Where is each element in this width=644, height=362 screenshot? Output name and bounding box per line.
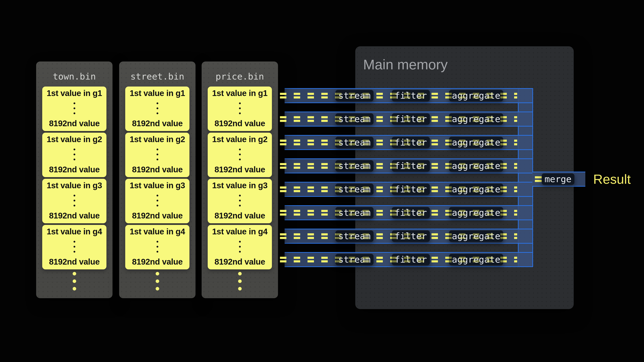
stage-stream-box: stream xyxy=(336,137,374,148)
dataflow-dashes xyxy=(535,176,542,182)
merge-operator-box: merge xyxy=(542,173,574,185)
group-last-value: 8192nd value xyxy=(49,211,100,220)
stage-aggregate-box: aggregate xyxy=(449,184,503,195)
group-last-value: 8192nd value xyxy=(49,118,100,128)
pipeline-row: streamfilteraggregate xyxy=(284,135,532,150)
stage-aggregate-box: aggregate xyxy=(449,90,503,101)
value-blocks: 1st value in g18192nd value1st value in … xyxy=(42,86,106,271)
group-ellipsis xyxy=(156,239,158,254)
pipeline-row: streamfilteraggregate xyxy=(284,88,532,103)
value-group-block: 1st value in g38192nd value xyxy=(42,179,106,223)
group-first-value: 1st value in g2 xyxy=(212,134,268,144)
group-first-value: 1st value in g3 xyxy=(212,181,268,190)
main-memory-title: Main memory xyxy=(363,56,448,73)
stage-label: aggregate xyxy=(452,115,500,123)
group-ellipsis xyxy=(239,239,241,254)
stage-label: stream xyxy=(338,208,371,217)
group-ellipsis xyxy=(239,147,241,162)
value-group-block: 1st value in g28192nd value xyxy=(125,133,190,177)
stage-stream-box: stream xyxy=(336,207,374,218)
group-first-value: 1st value in g1 xyxy=(130,88,185,98)
stage-filter-box: filter xyxy=(392,254,430,265)
group-last-value: 8192nd value xyxy=(214,257,265,267)
stage-filter-box: filter xyxy=(392,207,430,218)
stage-label: stream xyxy=(338,232,371,241)
value-group-block: 1st value in g28192nd value xyxy=(208,133,272,177)
value-group-block: 1st value in g18192nd value xyxy=(125,86,190,131)
group-first-value: 1st value in g4 xyxy=(47,227,102,236)
value-blocks: 1st value in g18192nd value1st value in … xyxy=(208,86,272,271)
file-column-price: price.bin 1st value in g18192nd value1st… xyxy=(202,61,278,298)
value-group-block: 1st value in g48192nd value xyxy=(42,225,106,269)
stage-aggregate-box: aggregate xyxy=(449,160,503,172)
stage-aggregate-box: aggregate xyxy=(449,230,503,242)
group-last-value: 8192nd value xyxy=(132,257,183,267)
group-ellipsis xyxy=(156,193,158,208)
stage-label: stream xyxy=(338,115,371,123)
value-blocks: 1st value in g18192nd value1st value in … xyxy=(125,86,190,271)
value-group-block: 1st value in g28192nd value xyxy=(42,133,106,177)
pipeline-row: streamfilteraggregate xyxy=(284,112,532,127)
stage-stream-box: stream xyxy=(336,184,374,195)
group-last-value: 8192nd value xyxy=(214,165,265,174)
stage-label: stream xyxy=(338,185,371,194)
group-first-value: 1st value in g1 xyxy=(47,88,102,98)
stage-stream-box: stream xyxy=(336,230,374,242)
value-group-block: 1st value in g38192nd value xyxy=(125,179,190,223)
more-groups-ellipsis xyxy=(36,270,112,293)
stage-label: filter xyxy=(395,161,427,170)
pipeline-row: streamfilteraggregate xyxy=(284,205,532,220)
group-first-value: 1st value in g3 xyxy=(47,181,102,190)
file-column-title: price.bin xyxy=(202,61,278,89)
file-column-title: street.bin xyxy=(119,61,196,89)
group-ellipsis xyxy=(74,147,75,162)
stage-label: filter xyxy=(395,255,427,264)
more-groups-ellipsis xyxy=(119,270,196,293)
stage-label: aggregate xyxy=(452,208,500,217)
stage-filter-box: filter xyxy=(392,184,430,195)
stage-label: aggregate xyxy=(452,138,500,147)
diagram-canvas: { "diagram": { "files": [ { "name": "tow… xyxy=(0,0,644,362)
stage-filter-box: filter xyxy=(392,230,430,242)
group-last-value: 8192nd value xyxy=(214,118,265,128)
value-group-block: 1st value in g48192nd value xyxy=(208,225,272,269)
file-column-town: town.bin 1st value in g18192nd value1st … xyxy=(36,61,112,298)
stage-stream-box: stream xyxy=(336,160,374,172)
pipeline-rows: streamfilteraggregatestreamfilteraggrega… xyxy=(284,88,532,267)
group-first-value: 1st value in g3 xyxy=(130,181,185,190)
group-last-value: 8192nd value xyxy=(132,211,183,220)
merge-label: merge xyxy=(544,175,572,184)
group-first-value: 1st value in g1 xyxy=(212,88,268,98)
stage-label: filter xyxy=(395,232,427,241)
stage-stream-box: stream xyxy=(336,113,374,125)
value-group-block: 1st value in g18192nd value xyxy=(208,86,272,131)
stage-label: stream xyxy=(338,138,371,147)
group-first-value: 1st value in g4 xyxy=(130,227,185,236)
group-first-value: 1st value in g4 xyxy=(212,227,268,236)
stage-filter-box: filter xyxy=(392,137,430,148)
stage-label: aggregate xyxy=(452,161,500,170)
stage-label: aggregate xyxy=(452,232,500,241)
stage-label: aggregate xyxy=(452,91,500,100)
merge-bar: merge xyxy=(532,172,585,187)
collector-right-border-top xyxy=(532,88,533,172)
stage-label: filter xyxy=(395,208,427,217)
stage-label: filter xyxy=(395,185,427,194)
stage-label: filter xyxy=(395,138,427,147)
pipeline-row: streamfilteraggregate xyxy=(284,158,532,173)
stage-label: stream xyxy=(338,161,371,170)
collector-right-border-bottom xyxy=(532,187,533,267)
stage-aggregate-box: aggregate xyxy=(449,113,503,125)
group-first-value: 1st value in g2 xyxy=(130,134,185,144)
stage-label: aggregate xyxy=(452,255,500,264)
group-ellipsis xyxy=(156,101,158,116)
stage-label: filter xyxy=(395,115,427,123)
stage-filter-box: filter xyxy=(392,90,430,101)
group-ellipsis xyxy=(156,147,158,162)
stage-label: stream xyxy=(338,91,371,100)
file-column-street: street.bin 1st value in g18192nd value1s… xyxy=(119,61,196,298)
pipeline-row: streamfilteraggregate xyxy=(284,252,532,267)
stage-filter-box: filter xyxy=(392,113,430,125)
stage-aggregate-box: aggregate xyxy=(449,207,503,218)
group-last-value: 8192nd value xyxy=(49,165,100,174)
